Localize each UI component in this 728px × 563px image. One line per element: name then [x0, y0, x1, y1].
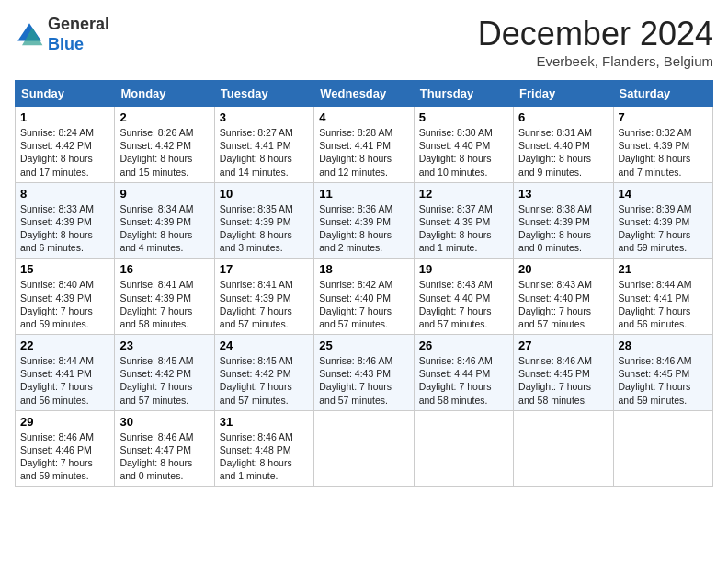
cell-info: Sunrise: 8:38 AMSunset: 4:39 PMDaylight:…: [518, 203, 592, 254]
day-number: 30: [119, 415, 209, 429]
cell-info: Sunrise: 8:31 AMSunset: 4:40 PMDaylight:…: [518, 127, 592, 178]
day-number: 11: [319, 187, 408, 201]
day-number: 18: [319, 262, 408, 276]
day-number: 5: [419, 110, 508, 124]
table-cell: [613, 410, 712, 487]
week-row-2: 8 Sunrise: 8:33 AMSunset: 4:39 PMDayligh…: [16, 182, 713, 259]
table-cell: 12 Sunrise: 8:37 AMSunset: 4:39 PMDaylig…: [414, 182, 513, 259]
cell-info: Sunrise: 8:43 AMSunset: 4:40 PMDaylight:…: [419, 279, 493, 329]
cell-info: Sunrise: 8:45 AMSunset: 4:42 PMDaylight:…: [220, 355, 293, 406]
day-number: 22: [20, 339, 109, 352]
table-cell: 15 Sunrise: 8:40 AMSunset: 4:39 PMDaylig…: [16, 259, 115, 335]
day-number: 19: [419, 262, 508, 276]
logo-text: General Blue: [48, 15, 109, 54]
week-row-3: 15 Sunrise: 8:40 AMSunset: 4:39 PMDaylig…: [16, 259, 713, 335]
cell-info: Sunrise: 8:40 AMSunset: 4:39 PMDaylight:…: [20, 279, 94, 329]
table-cell: 4 Sunrise: 8:28 AMSunset: 4:41 PMDayligh…: [314, 107, 414, 183]
day-number: 31: [220, 415, 309, 429]
day-number: 24: [220, 339, 309, 352]
cell-info: Sunrise: 8:46 AMSunset: 4:44 PMDaylight:…: [419, 355, 493, 406]
day-number: 8: [20, 187, 109, 201]
day-number: 3: [220, 110, 309, 124]
cell-info: Sunrise: 8:37 AMSunset: 4:39 PMDaylight:…: [419, 203, 493, 254]
table-cell: 27 Sunrise: 8:46 AMSunset: 4:45 PMDaylig…: [514, 335, 613, 411]
day-number: 15: [20, 262, 109, 276]
cell-info: Sunrise: 8:46 AMSunset: 4:48 PMDaylight:…: [220, 431, 293, 482]
cell-info: Sunrise: 8:46 AMSunset: 4:46 PMDaylight:…: [20, 431, 94, 482]
week-row-1: 1 Sunrise: 8:24 AMSunset: 4:42 PMDayligh…: [16, 107, 713, 183]
week-row-5: 29 Sunrise: 8:46 AMSunset: 4:46 PMDaylig…: [16, 410, 713, 487]
cell-info: Sunrise: 8:33 AMSunset: 4:39 PMDaylight:…: [20, 203, 94, 254]
day-number: 20: [518, 262, 608, 276]
table-cell: 9 Sunrise: 8:34 AMSunset: 4:39 PMDayligh…: [115, 182, 214, 259]
cell-info: Sunrise: 8:46 AMSunset: 4:47 PMDaylight:…: [119, 431, 193, 482]
header-friday: Friday: [514, 81, 613, 107]
table-cell: 24 Sunrise: 8:45 AMSunset: 4:42 PMDaylig…: [214, 335, 313, 411]
logo: General Blue: [15, 15, 109, 54]
table-cell: [314, 410, 414, 487]
table-cell: 10 Sunrise: 8:35 AMSunset: 4:39 PMDaylig…: [214, 182, 313, 259]
day-number: 13: [518, 187, 608, 201]
table-cell: 25 Sunrise: 8:46 AMSunset: 4:43 PMDaylig…: [314, 335, 414, 411]
day-number: 28: [619, 339, 708, 352]
table-cell: 11 Sunrise: 8:36 AMSunset: 4:39 PMDaylig…: [314, 182, 414, 259]
table-cell: 28 Sunrise: 8:46 AMSunset: 4:45 PMDaylig…: [613, 335, 712, 411]
header-monday: Monday: [115, 81, 214, 107]
table-cell: 5 Sunrise: 8:30 AMSunset: 4:40 PMDayligh…: [414, 107, 513, 183]
cell-info: Sunrise: 8:41 AMSunset: 4:39 PMDaylight:…: [119, 279, 193, 329]
day-number: 16: [119, 262, 209, 276]
table-cell: 23 Sunrise: 8:45 AMSunset: 4:42 PMDaylig…: [115, 335, 214, 411]
day-number: 6: [518, 110, 608, 124]
day-number: 25: [319, 339, 408, 352]
logo-general: General: [48, 15, 109, 33]
days-header-row: Sunday Monday Tuesday Wednesday Thursday…: [16, 81, 713, 107]
table-cell: [414, 410, 513, 487]
table-cell: 31 Sunrise: 8:46 AMSunset: 4:48 PMDaylig…: [214, 410, 313, 487]
logo-icon: [15, 20, 44, 50]
cell-info: Sunrise: 8:35 AMSunset: 4:39 PMDaylight:…: [220, 203, 293, 254]
cell-info: Sunrise: 8:43 AMSunset: 4:40 PMDaylight:…: [518, 279, 592, 329]
header-saturday: Saturday: [613, 81, 712, 107]
calendar-table: Sunday Monday Tuesday Wednesday Thursday…: [15, 80, 713, 487]
cell-info: Sunrise: 8:30 AMSunset: 4:40 PMDaylight:…: [419, 127, 493, 178]
table-cell: 18 Sunrise: 8:42 AMSunset: 4:40 PMDaylig…: [314, 259, 414, 335]
cell-info: Sunrise: 8:46 AMSunset: 4:45 PMDaylight:…: [619, 355, 692, 406]
cell-info: Sunrise: 8:27 AMSunset: 4:41 PMDaylight:…: [220, 127, 293, 178]
week-row-4: 22 Sunrise: 8:44 AMSunset: 4:41 PMDaylig…: [16, 335, 713, 411]
day-number: 12: [419, 187, 508, 201]
cell-info: Sunrise: 8:32 AMSunset: 4:39 PMDaylight:…: [619, 127, 692, 178]
table-cell: 30 Sunrise: 8:46 AMSunset: 4:47 PMDaylig…: [115, 410, 214, 487]
day-number: 26: [419, 339, 508, 352]
cell-info: Sunrise: 8:46 AMSunset: 4:45 PMDaylight:…: [518, 355, 592, 406]
day-number: 21: [619, 262, 708, 276]
table-cell: 17 Sunrise: 8:41 AMSunset: 4:39 PMDaylig…: [214, 259, 313, 335]
table-cell: 13 Sunrise: 8:38 AMSunset: 4:39 PMDaylig…: [514, 182, 613, 259]
cell-info: Sunrise: 8:45 AMSunset: 4:42 PMDaylight:…: [119, 355, 193, 406]
header-sunday: Sunday: [16, 81, 115, 107]
day-number: 17: [220, 262, 309, 276]
day-number: 29: [20, 415, 109, 429]
cell-info: Sunrise: 8:24 AMSunset: 4:42 PMDaylight:…: [20, 127, 94, 178]
table-cell: 22 Sunrise: 8:44 AMSunset: 4:41 PMDaylig…: [16, 335, 115, 411]
page-header: General Blue December 2024 Everbeek, Fla…: [15, 15, 713, 69]
table-cell: 26 Sunrise: 8:46 AMSunset: 4:44 PMDaylig…: [414, 335, 513, 411]
title-block: December 2024 Everbeek, Flanders, Belgiu…: [478, 15, 713, 69]
day-number: 23: [119, 339, 209, 352]
day-number: 1: [20, 110, 109, 124]
location: Everbeek, Flanders, Belgium: [478, 53, 713, 69]
table-cell: 2 Sunrise: 8:26 AMSunset: 4:42 PMDayligh…: [115, 107, 214, 183]
header-thursday: Thursday: [414, 81, 513, 107]
day-number: 2: [119, 110, 209, 124]
table-cell: 21 Sunrise: 8:44 AMSunset: 4:41 PMDaylig…: [613, 259, 712, 335]
day-number: 4: [319, 110, 408, 124]
table-cell: 8 Sunrise: 8:33 AMSunset: 4:39 PMDayligh…: [16, 182, 115, 259]
day-number: 9: [119, 187, 209, 201]
cell-info: Sunrise: 8:36 AMSunset: 4:39 PMDaylight:…: [319, 203, 392, 254]
cell-info: Sunrise: 8:39 AMSunset: 4:39 PMDaylight:…: [619, 203, 692, 254]
month-title: December 2024: [478, 15, 713, 53]
table-cell: 16 Sunrise: 8:41 AMSunset: 4:39 PMDaylig…: [115, 259, 214, 335]
table-cell: 3 Sunrise: 8:27 AMSunset: 4:41 PMDayligh…: [214, 107, 313, 183]
cell-info: Sunrise: 8:44 AMSunset: 4:41 PMDaylight:…: [619, 279, 692, 329]
header-tuesday: Tuesday: [214, 81, 313, 107]
cell-info: Sunrise: 8:42 AMSunset: 4:40 PMDaylight:…: [319, 279, 392, 329]
